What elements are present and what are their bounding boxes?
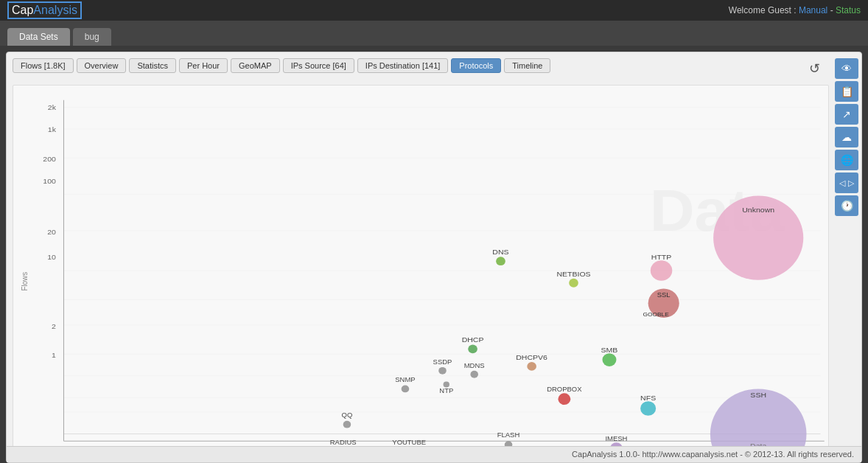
status-link[interactable]: Status [836,5,861,15]
tab-perhour[interactable]: Per Hour [179,58,228,73]
svg-point-60 [402,386,410,393]
svg-point-62 [558,393,570,405]
tab-ips-source[interactable]: IPs Source [64] [283,58,354,73]
svg-point-54 [438,367,447,375]
logo: CapAnalysis [7,1,82,19]
arrows-icon-btn[interactable]: ◁ ▷ [835,173,858,193]
svg-text:NFS: NFS [640,394,656,403]
svg-point-56 [444,382,449,388]
svg-text:NETBIOS: NETBIOS [556,270,590,278]
svg-text:SSL: SSL [657,292,671,299]
tab-timeline[interactable]: Timeline [504,58,550,73]
tab-overview[interactable]: Overview [77,58,127,73]
svg-point-50 [527,362,536,371]
svg-text:DNS: DNS [492,248,508,257]
main-panel: Flows [1.8K] Overview Statistcs Per Hour… [6,52,862,463]
nav-tab-bug[interactable]: bug [73,28,111,46]
cloud-icon-btn[interactable]: ☁ [835,127,858,147]
svg-text:DROPBOX: DROPBOX [547,386,581,394]
manual-link[interactable]: Manual [799,5,827,15]
svg-text:1k: 1k [48,125,57,133]
tool-tabs: Flows [1.8K] Overview Statistcs Per Hour… [7,52,861,76]
reload-button[interactable]: ↺ [804,58,825,79]
svg-text:GOOBLE: GOOBLE [643,311,669,318]
svg-text:Unknown: Unknown [742,206,774,215]
svg-point-48 [468,344,477,353]
svg-text:IMESH: IMESH [605,436,627,443]
svg-text:SNMP: SNMP [395,376,415,383]
document-icon-btn[interactable]: 📋 [835,81,858,102]
navbar: Data Sets bug [0,21,868,46]
header-right: Welcome Guest : Manual - Status [729,5,861,15]
svg-text:100: 100 [43,177,56,185]
svg-text:10: 10 [47,254,56,262]
right-sidebar: 👁 📋 ↗ ☁ 🌐 ◁ ▷ 🕐 [835,58,858,216]
clock-icon-btn[interactable]: 🕐 [835,195,858,216]
chart-svg: Data 2k 1k 200 100 [13,86,828,456]
eye-icon-btn[interactable]: 👁 [835,58,858,79]
header: CapAnalysis Welcome Guest : Manual - Sta… [0,0,868,21]
svg-text:DHCPV6: DHCPV6 [516,353,547,361]
svg-text:2: 2 [52,322,56,330]
svg-text:2k: 2k [48,104,57,112]
svg-text:SSDP: SSDP [433,358,452,366]
svg-text:200: 200 [43,156,56,164]
svg-text:RADIUS: RADIUS [330,439,357,447]
globe-icon-btn[interactable]: 🌐 [835,150,858,170]
svg-text:Flows: Flows [21,272,29,291]
svg-text:SSH: SSH [750,391,766,400]
logo-border: CapAnalysis [7,1,82,19]
svg-point-44 [496,257,505,265]
share-icon-btn[interactable]: ↗ [835,104,858,125]
footer: CapAnalysis 1.0.0- http://www.capanalysi… [7,446,861,462]
svg-point-39 [651,260,672,281]
svg-text:NTP: NTP [439,388,453,395]
svg-point-66 [343,421,351,428]
tab-ips-dest[interactable]: IPs Destination [141] [357,58,449,73]
svg-text:20: 20 [47,228,56,236]
tab-protocols[interactable]: Protocols [451,58,501,73]
tab-flows[interactable]: Flows [1.8K] [13,58,74,73]
tab-geomap[interactable]: GeoMAP [231,58,280,73]
svg-point-58 [470,371,478,378]
svg-text:QQ: QQ [342,411,353,419]
nav-tab-datasets[interactable]: Data Sets [7,28,70,46]
svg-text:HTTP: HTTP [651,254,672,262]
svg-point-52 [602,353,616,366]
logo-analysis: Analysis [33,4,77,16]
dash-separator: - [830,5,836,15]
footer-text: CapAnalysis 1.0.0- http://www.capanalysi… [572,450,854,459]
svg-text:YOUTUBE: YOUTUBE [392,439,426,447]
svg-text:FLASH: FLASH [497,432,519,439]
chart-area: Data 2k 1k 200 100 [13,85,829,456]
svg-point-46 [569,279,578,288]
logo-cap: Cap [12,4,33,16]
welcome-text: Welcome Guest : [729,5,797,15]
svg-text:SMB: SMB [601,347,618,355]
svg-text:MDNS: MDNS [464,362,485,369]
svg-text:DHCP: DHCP [462,336,484,344]
svg-point-64 [640,401,656,416]
tab-statistics[interactable]: Statistcs [129,58,176,73]
svg-text:1: 1 [52,351,56,359]
